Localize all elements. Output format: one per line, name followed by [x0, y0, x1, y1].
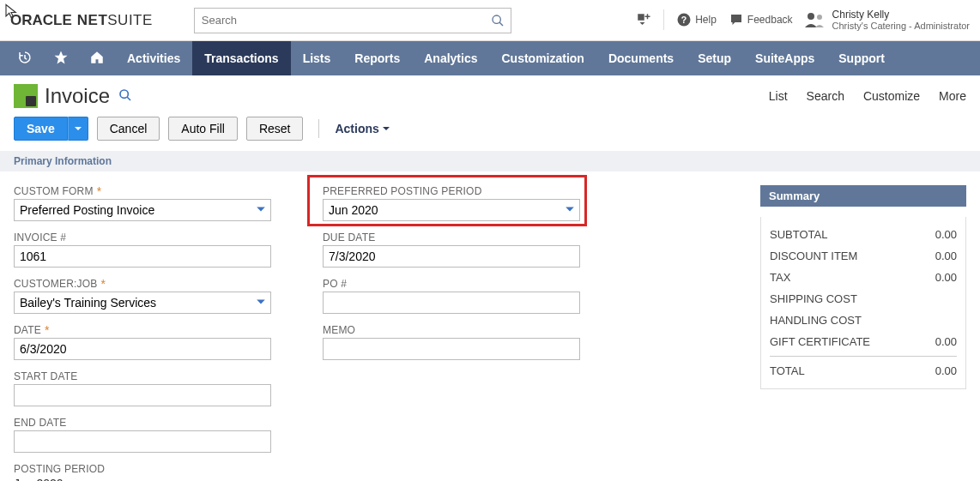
reset-button[interactable]: Reset — [246, 117, 304, 141]
po-input[interactable] — [323, 292, 580, 314]
field-memo: MEMO — [323, 324, 580, 360]
nav-setup[interactable]: Setup — [686, 41, 743, 75]
form-body: CUSTOM FORM* INVOICE # CUSTOMER:JOB* DAT… — [0, 171, 980, 481]
summary-row-tax: TAX0.00 — [770, 267, 957, 288]
field-due-date: DUE DATE — [323, 231, 580, 268]
search-input[interactable] — [194, 8, 511, 33]
label-invoice-num: INVOICE # — [14, 231, 271, 244]
help-link[interactable]: ? Help — [676, 12, 717, 27]
summary-row-shipping: SHIPPING COST — [770, 288, 957, 310]
link-list[interactable]: List — [769, 89, 788, 103]
label-due-date: DUE DATE — [323, 231, 580, 244]
history-icon[interactable] — [7, 50, 43, 68]
summary-panel: Summary SUBTOTAL0.00 DISCOUNT ITEM0.00 T… — [760, 185, 966, 389]
divider — [318, 119, 319, 138]
cancel-button[interactable]: Cancel — [97, 117, 160, 141]
feedback-link[interactable]: Feedback — [729, 12, 793, 27]
select-custom-form[interactable] — [14, 199, 271, 221]
svg-point-7 — [808, 13, 814, 20]
user-text: Christy Kelly Christy's Catering - Admin… — [832, 9, 970, 33]
autofill-button[interactable]: Auto Fill — [168, 117, 238, 141]
title-right-links: List Search Customize More — [769, 89, 966, 103]
header-right: ? Help Feedback Christy Kelly Christy's … — [636, 9, 970, 33]
select-pref-posting[interactable] — [323, 199, 580, 221]
form-col-1: CUSTOM FORM* INVOICE # CUSTOMER:JOB* DAT… — [14, 185, 271, 481]
summary-row-giftcert: GIFT CERTIFICATE0.00 — [770, 331, 957, 352]
label-custom-form: CUSTOM FORM* — [14, 185, 271, 197]
app-header: ORACLE NETSUITE ? Help Feedback Christy … — [0, 0, 980, 41]
select-customer[interactable] — [14, 292, 271, 314]
start-date-input[interactable] — [14, 384, 271, 406]
label-pref-posting: PREFERRED POSTING PERIOD — [323, 185, 580, 197]
nav-reports[interactable]: Reports — [342, 41, 412, 75]
label-memo: MEMO — [323, 324, 580, 336]
posting-period-value: Jun 2020 — [14, 477, 271, 481]
nav-lists[interactable]: Lists — [291, 41, 343, 75]
nav-analytics[interactable]: Analytics — [412, 41, 489, 75]
field-end-date: END DATE — [14, 417, 271, 453]
user-menu[interactable]: Christy Kelly Christy's Catering - Admin… — [805, 9, 970, 33]
title-bar: Invoice List Search Customize More — [0, 75, 980, 111]
svg-line-1 — [499, 22, 503, 26]
page-title: Invoice — [45, 84, 110, 108]
invoice-icon — [14, 84, 38, 108]
main-nav: Activities Transactions Lists Reports An… — [0, 41, 980, 75]
label-start-date: START DATE — [14, 370, 271, 382]
user-role: Christy's Catering - Administrator — [832, 21, 970, 32]
memo-input[interactable] — [323, 338, 580, 360]
summary-row-subtotal: SUBTOTAL0.00 — [770, 224, 957, 245]
record-search-icon[interactable] — [118, 88, 132, 105]
save-button-group: Save — [14, 117, 88, 141]
save-button[interactable]: Save — [14, 117, 68, 141]
field-start-date: START DATE — [14, 370, 271, 406]
save-dropdown[interactable] — [68, 117, 88, 141]
search-icon[interactable] — [491, 14, 505, 30]
create-new-icon[interactable] — [636, 12, 651, 27]
label-date: DATE* — [14, 324, 271, 336]
nav-activities[interactable]: Activities — [115, 41, 192, 75]
field-invoice-num: INVOICE # — [14, 231, 271, 268]
label-po: PO # — [323, 278, 580, 290]
logo-oracle-text: ORACLE — [10, 12, 72, 29]
summary-row-handling: HANDLING COST — [770, 310, 957, 331]
cursor-icon — [3, 3, 19, 19]
date-input[interactable] — [14, 338, 271, 360]
field-date: DATE* — [14, 324, 271, 360]
star-icon[interactable] — [43, 50, 79, 68]
user-icon — [805, 12, 826, 27]
svg-point-0 — [493, 15, 500, 23]
summary-divider — [770, 356, 957, 357]
action-row: Save Cancel Auto Fill Reset Actions — [0, 111, 980, 151]
summary-title: Summary — [760, 185, 966, 207]
home-icon[interactable] — [79, 50, 115, 68]
svg-point-8 — [817, 15, 822, 20]
nav-support[interactable]: Support — [826, 41, 897, 75]
svg-rect-4 — [647, 15, 649, 20]
link-search[interactable]: Search — [807, 89, 844, 103]
svg-rect-2 — [638, 15, 644, 21]
label-end-date: END DATE — [14, 417, 271, 429]
custom-form-input[interactable] — [14, 199, 271, 221]
invoice-num-input[interactable] — [14, 245, 271, 268]
label-customer: CUSTOMER:JOB* — [14, 278, 271, 290]
logo: ORACLE NETSUITE — [10, 12, 153, 29]
link-customize[interactable]: Customize — [863, 89, 920, 103]
form-col-2: PREFERRED POSTING PERIOD DUE DATE PO # M… — [323, 185, 580, 360]
nav-transactions[interactable]: Transactions — [192, 41, 290, 75]
field-po: PO # — [323, 278, 580, 314]
link-more[interactable]: More — [939, 89, 966, 103]
svg-text:?: ? — [681, 15, 687, 25]
pref-posting-input[interactable] — [323, 199, 580, 221]
nav-customization[interactable]: Customization — [489, 41, 596, 75]
customer-input[interactable] — [14, 292, 271, 314]
actions-menu[interactable]: Actions — [335, 122, 390, 135]
logo-netsuite-text: NETSUITE — [77, 12, 153, 29]
summary-body: SUBTOTAL0.00 DISCOUNT ITEM0.00 TAX0.00 S… — [760, 217, 966, 389]
end-date-input[interactable] — [14, 430, 271, 453]
field-custom-form: CUSTOM FORM* — [14, 185, 271, 221]
label-posting-period: POSTING PERIOD — [14, 463, 271, 475]
nav-suiteapps[interactable]: SuiteApps — [743, 41, 826, 75]
due-date-input[interactable] — [323, 245, 580, 268]
summary-row-discount: DISCOUNT ITEM0.00 — [770, 245, 957, 267]
nav-documents[interactable]: Documents — [596, 41, 686, 75]
